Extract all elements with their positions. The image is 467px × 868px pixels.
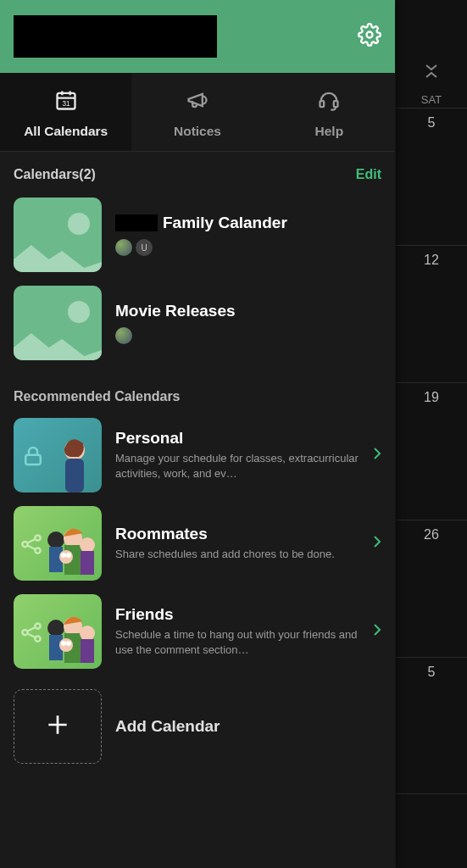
add-calendar-label: Add Calendar: [115, 717, 220, 736]
rec-thumbnail: [14, 418, 102, 492]
tab-notices[interactable]: Notices: [131, 73, 263, 151]
tab-all-calendars[interactable]: 31 All Calendars: [0, 73, 131, 151]
add-box: [14, 689, 102, 764]
calendar-thumbnail: [14, 198, 102, 272]
edit-button[interactable]: Edit: [356, 167, 381, 182]
svg-rect-16: [81, 551, 94, 575]
date-cell[interactable]: 26: [396, 520, 467, 657]
people-illustration: [41, 609, 100, 669]
people-illustration: [41, 521, 100, 581]
avatar: [115, 327, 132, 344]
svg-point-30: [61, 641, 66, 646]
rec-description: Manage your schedule for classes, extrac…: [115, 451, 359, 481]
calendar-info: Movie Releases: [115, 302, 381, 344]
calendar-movie-releases[interactable]: Movie Releases: [0, 279, 395, 367]
svg-point-18: [61, 553, 66, 558]
rec-name: Personal: [115, 429, 359, 448]
date-cell[interactable]: 12: [396, 245, 467, 382]
rec-thumbnail: [14, 594, 102, 669]
svg-point-0: [367, 32, 373, 38]
svg-point-27: [80, 626, 95, 641]
date-cell[interactable]: 19: [396, 382, 467, 520]
svg-point-23: [47, 620, 64, 637]
rec-info: Roommates Share schedules and add chores…: [115, 525, 359, 562]
calendar-family[interactable]: Family Calander U: [0, 191, 395, 279]
tab-label: All Calendars: [24, 124, 108, 139]
avatar: [115, 239, 132, 256]
account-name-redacted: [14, 15, 217, 58]
calendars-section-header: Calendars(2) Edit: [0, 152, 395, 191]
svg-rect-5: [25, 455, 41, 465]
svg-rect-7: [65, 459, 84, 492]
calendar-icon: 31: [54, 88, 78, 115]
svg-point-17: [59, 550, 73, 564]
calendar-grid-column: SAT 5 12 19 26 5: [395, 0, 467, 868]
chevron-right-icon: [373, 535, 381, 552]
recommended-title: Recommended Calendars: [0, 367, 395, 411]
member-avatars: [115, 327, 381, 344]
chevron-right-icon: [373, 623, 381, 640]
calendar-name: Movie Releases: [115, 302, 381, 320]
sidebar-panel: 31 All Calendars Notices Help Calendars(…: [0, 0, 395, 868]
rec-name: Roommates: [115, 525, 359, 543]
rec-info: Personal Manage your schedule for classe…: [115, 429, 359, 481]
avatar-badge: U: [136, 239, 153, 256]
rec-description: Share schedules and add chores to be don…: [115, 547, 359, 562]
svg-rect-4: [334, 101, 338, 107]
svg-rect-28: [81, 639, 94, 663]
calendar-name: Family Calander: [115, 214, 381, 232]
redacted-text: [115, 214, 158, 231]
rec-thumbnail: [14, 506, 102, 581]
svg-point-29: [59, 638, 73, 652]
sidebar-header: [0, 0, 395, 73]
rec-name: Friends: [115, 605, 359, 624]
svg-point-31: [66, 641, 71, 646]
megaphone-icon: [186, 88, 209, 115]
tab-label: Notices: [174, 124, 221, 139]
nav-tabs: 31 All Calendars Notices Help: [0, 73, 395, 152]
recommended-roommates[interactable]: Roommates Share schedules and add chores…: [0, 499, 395, 587]
calendar-info: Family Calander U: [115, 214, 381, 256]
chevron-right-icon: [373, 447, 381, 464]
headset-icon: [317, 88, 341, 115]
date-cell[interactable]: 5: [396, 657, 467, 794]
calendar-thumbnail: [14, 286, 102, 360]
svg-point-19: [66, 553, 71, 558]
person-illustration: [41, 433, 100, 492]
date-cell[interactable]: 5: [396, 108, 467, 245]
svg-point-15: [80, 537, 95, 553]
calendars-title: Calendars(2): [14, 167, 96, 182]
tab-help[interactable]: Help: [264, 73, 395, 151]
member-avatars: U: [115, 239, 381, 256]
recommended-personal[interactable]: Personal Manage your schedule for classe…: [0, 411, 395, 499]
svg-rect-3: [320, 101, 325, 107]
rec-info: Friends Schedule a time to hang out with…: [115, 605, 359, 657]
add-calendar-button[interactable]: Add Calendar: [0, 676, 395, 781]
rec-description: Schedule a time to hang out with your fr…: [115, 627, 359, 657]
bg-spacer: [396, 0, 467, 54]
recommended-friends[interactable]: Friends Schedule a time to hang out with…: [0, 587, 395, 676]
svg-text:31: 31: [62, 100, 70, 108]
tab-label: Help: [315, 124, 344, 139]
gear-icon[interactable]: [358, 23, 381, 50]
collapse-toggle[interactable]: [396, 54, 467, 88]
svg-point-11: [47, 531, 64, 548]
plus-icon: [44, 711, 71, 742]
weekday-label: SAT: [396, 88, 467, 108]
